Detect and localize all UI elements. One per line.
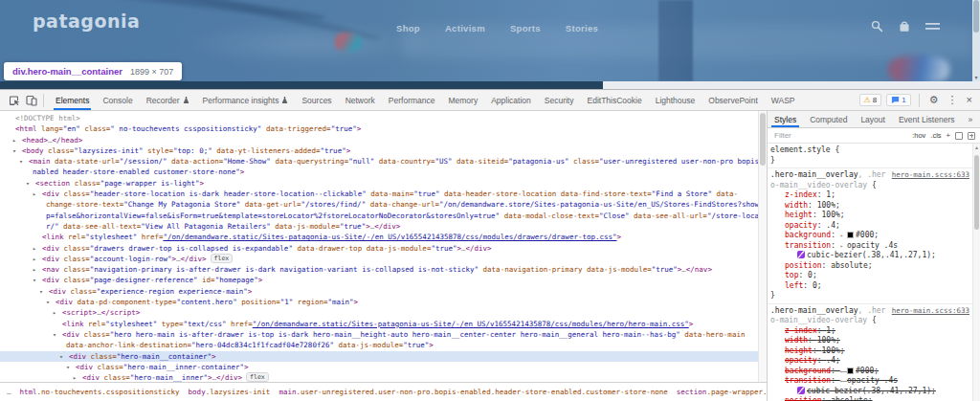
- dom-node[interactable]: p=false&horizontalView=false&isForm=true…: [0, 211, 758, 221]
- menu-icon[interactable]: [925, 21, 940, 32]
- dom-node[interactable]: ▾<div class="experience-region experienc…: [0, 286, 758, 297]
- tab-memory[interactable]: Memory: [441, 90, 484, 110]
- crumb-item[interactable]: section.page-wrapper.is-light: [677, 388, 767, 396]
- dom-node[interactable]: data-anchor-link-destination="hero-04dc8…: [0, 340, 758, 350]
- styles-tab-computed[interactable]: Computed: [803, 111, 854, 127]
- dom-node[interactable]: ▸<script>…</script>: [0, 307, 758, 318]
- crumb-item[interactable]: html.no-touchevents.csspositionsticky: [20, 388, 180, 396]
- tab-elements[interactable]: Elements: [49, 90, 96, 110]
- messages-badge[interactable]: 1: [886, 94, 910, 106]
- nav-item-shop[interactable]: Shop: [396, 23, 420, 33]
- bag-icon[interactable]: [899, 20, 910, 33]
- stylesheet-link[interactable]: "/on/demandware.static/Sites-patagonia-u…: [163, 233, 616, 241]
- search-icon[interactable]: [871, 20, 883, 33]
- kebab-menu-icon[interactable]: ⋮: [946, 95, 960, 105]
- dom-node[interactable]: ▾<div class="hero-main__inner-container"…: [0, 362, 758, 372]
- tab-console[interactable]: Console: [96, 90, 139, 110]
- css-property[interactable]: opacity: .4;: [770, 356, 969, 367]
- dom-node[interactable]: change-store-text="Change My Patagonia S…: [0, 199, 758, 210]
- tab-lighthouse[interactable]: Lighthouse: [649, 90, 702, 110]
- dom-node[interactable]: <link rel="stylesheet" href="/on/demandw…: [0, 232, 758, 242]
- device-toolbar-icon[interactable]: [23, 92, 40, 109]
- dom-node[interactable]: <link rel="stylesheet" type="text/css" h…: [0, 319, 758, 329]
- nav-item-activism[interactable]: Activism: [445, 23, 485, 33]
- tab-observepoint[interactable]: ObservePoint: [702, 90, 765, 110]
- dom-node[interactable]: ▸<nav class="navigation-primary is-after…: [0, 264, 758, 275]
- css-property[interactable]: z-index: 1;: [770, 190, 969, 201]
- dom-node[interactable]: ▾<div class="page-designer-reference" id…: [0, 275, 758, 285]
- page-scrollbar-thumb[interactable]: [973, 0, 979, 33]
- styles-toggle-[interactable]: +: [947, 131, 950, 140]
- css-selector[interactable]: element.style {: [770, 145, 969, 156]
- dom-node[interactable]: ▸<div class="hero-main__inner">…</div>fl…: [0, 372, 758, 382]
- styles-tab-event-listeners[interactable]: Event Listeners: [892, 111, 962, 127]
- css-property[interactable]: width: 100%;: [770, 336, 969, 346]
- stylesheet-source-link[interactable]: hero-main.scss:633: [892, 306, 969, 317]
- nav-item-stories[interactable]: Stories: [566, 23, 598, 33]
- patagonia-logo[interactable]: patagonia: [33, 11, 140, 32]
- dom-node[interactable]: ▸<head>…</head>: [0, 135, 758, 145]
- crumb-item[interactable]: main.user-unregistered.user-non-pro.bopi…: [278, 388, 667, 396]
- color-swatch[interactable]: [847, 232, 854, 238]
- cubic-bezier-icon[interactable]: [797, 387, 805, 394]
- dom-node[interactable]: ▸<div class="header-store-location is-da…: [0, 189, 758, 199]
- crumb-overflow-icon[interactable]: …: [7, 388, 11, 396]
- expand-arrow-icon[interactable]: ▸: [840, 368, 847, 374]
- elements-scrollbar[interactable]: [758, 111, 767, 382]
- tabs-overflow-icon[interactable]: »: [962, 111, 980, 127]
- scroll-up-icon[interactable]: ▴: [973, 144, 980, 152]
- tab-performance-insights[interactable]: Performance insights: [196, 90, 296, 110]
- nav-item-sports[interactable]: Sports: [510, 23, 541, 33]
- flex-badge[interactable]: flex: [246, 372, 269, 382]
- crumb-item[interactable]: body.lazysizes-init: [189, 388, 271, 396]
- tab-application[interactable]: Application: [484, 90, 538, 110]
- cubic-bezier-icon[interactable]: [797, 251, 805, 258]
- dom-node[interactable]: r/" data-see-all-text="View All Patagoni…: [0, 221, 758, 232]
- stylesheet-link[interactable]: "/on/demandware.static/Sites-patagonia-u…: [253, 320, 689, 328]
- close-icon[interactable]: ×: [965, 95, 974, 105]
- dom-node[interactable]: ▾<main data-state-url="/session/" data-a…: [0, 156, 758, 167]
- tab-wasp[interactable]: WASP: [765, 90, 802, 110]
- filter-input[interactable]: [772, 130, 908, 141]
- dom-node[interactable]: ▸<div class="account-login-row">…</div>f…: [0, 254, 758, 264]
- styles-toggle-hov[interactable]: :hov: [912, 131, 925, 140]
- elements-scrollbar-thumb[interactable]: [760, 113, 766, 166]
- tab-performance[interactable]: Performance: [382, 90, 442, 110]
- expand-arrow-icon[interactable]: ▸: [73, 373, 77, 382]
- flex-badge[interactable]: flex: [211, 254, 234, 263]
- styles-scrollbar[interactable]: ▴: [972, 144, 980, 401]
- css-property[interactable]: transition: ▸ opacity .4s: [770, 241, 969, 252]
- inspect-element-icon[interactable]: [6, 92, 23, 109]
- color-swatch[interactable]: [847, 368, 854, 374]
- stylesheet-source-link[interactable]: hero-main.scss:633: [892, 170, 969, 181]
- css-property[interactable]: width: 100%;: [770, 201, 969, 212]
- css-property[interactable]: z-index: 1;: [770, 326, 969, 337]
- page-scrollbar[interactable]: ▾: [972, 0, 980, 81]
- css-property[interactable]: position: absolute;: [770, 261, 969, 272]
- dom-node[interactable]: ▾<body class="lazysizes-init" style="top…: [0, 145, 758, 156]
- styles-toggle-cls[interactable]: .cls: [930, 131, 941, 140]
- css-property[interactable]: transition: ▸ opacity .4s: [770, 376, 969, 387]
- dom-node[interactable]: nabled header-store-enabled customer-sto…: [0, 167, 758, 177]
- dom-node[interactable]: ▾<div class="hero hero-main is-after-dra…: [0, 329, 758, 340]
- css-property[interactable]: cubic-bezier(.38,.41,.27,1);: [770, 251, 969, 261]
- expand-arrow-icon[interactable]: ▸: [840, 377, 847, 384]
- tab-recorder[interactable]: Recorder: [140, 90, 196, 110]
- expand-arrow-icon[interactable]: ▸: [840, 232, 847, 238]
- dom-node[interactable]: ▾<div data-pd-component-type="content.he…: [0, 297, 758, 307]
- styles-scrollbar-thumb[interactable]: [974, 155, 979, 230]
- rendering-emulation-icon[interactable]: [955, 132, 963, 140]
- tab-editthiscookie[interactable]: EditThisCookie: [581, 90, 649, 110]
- tab-network[interactable]: Network: [339, 90, 382, 110]
- css-property[interactable]: left: 0;: [770, 281, 969, 292]
- styles-tab-layout[interactable]: Layout: [854, 111, 892, 127]
- dom-node[interactable]: ▸<div class="drawers drawer-top is-colla…: [0, 243, 758, 254]
- warnings-badge[interactable]: ⚠ 8: [859, 94, 882, 106]
- scroll-down-icon[interactable]: ▾: [972, 74, 980, 81]
- dom-node[interactable]: ▾<section class="page-wrapper is-light">: [0, 178, 758, 189]
- tab-security[interactable]: Security: [538, 90, 581, 110]
- css-property[interactable]: cubic-bezier(.38,.41,.27,1);: [770, 387, 969, 397]
- css-property[interactable]: position: absolute;: [770, 396, 969, 401]
- settings-gear-icon[interactable]: ⚙: [927, 95, 941, 105]
- dom-node[interactable]: <!DOCTYPE html>: [0, 113, 758, 123]
